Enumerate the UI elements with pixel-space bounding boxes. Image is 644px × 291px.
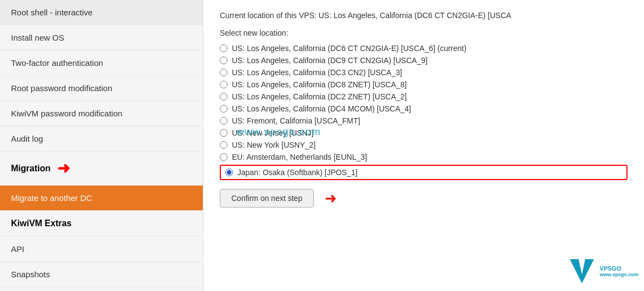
location-radio-usny2[interactable] (220, 141, 227, 149)
sidebar-item-api[interactable]: API (0, 237, 203, 262)
sidebar-item-two-factor[interactable]: Two-factor authentication (0, 51, 203, 76)
vpsgo-text: VPSGO www.vpsgo.com (599, 265, 639, 277)
location-radio-jpos1[interactable] (225, 169, 233, 176)
list-item[interactable]: US: Los Angeles, California (DC3 CN2) [U… (220, 68, 628, 77)
sidebar-item-kiwivm-password[interactable]: KiwiVM password modification (0, 101, 203, 126)
location-list: US: Los Angeles, California (DC6 CT CN2G… (220, 44, 628, 180)
list-item[interactable]: EU: Amsterdam, Netherlands [EUNL_3] (220, 153, 628, 161)
sidebar: Root shell - interactive Install new OS … (0, 0, 203, 291)
confirm-btn-wrapper: Confirm on next step ➜ (220, 189, 628, 208)
location-radio-usca4[interactable] (220, 105, 227, 113)
list-item-selected[interactable]: Japan: Osaka (Softbank) [JPOS_1] (220, 165, 628, 180)
sidebar-item-install-os[interactable]: Install new OS (0, 25, 203, 51)
current-location: Current location of this VPS: US: Los An… (220, 11, 628, 20)
migration-section-header: Migration ➜ (0, 152, 203, 186)
sidebar-item-root-shell[interactable]: Root shell - interactive (0, 0, 203, 25)
sidebar-item-root-password[interactable]: Root password modification (0, 76, 203, 101)
main-content: Current location of this VPS: US: Los An… (203, 0, 644, 291)
location-radio-usfmt[interactable] (220, 117, 227, 125)
sidebar-item-migrate-dc[interactable]: Migrate to another DC (0, 186, 203, 211)
extras-section-header: KiwiVM Extras (0, 211, 203, 237)
location-radio-usca3[interactable] (220, 69, 227, 76)
list-item[interactable]: US: Los Angeles, California (DC6 CT CN2G… (220, 44, 628, 53)
sidebar-item-snapshots[interactable]: Snapshots (0, 262, 203, 287)
sidebar-item-audit-log[interactable]: Audit log (0, 126, 203, 152)
location-radio-usca8[interactable] (220, 81, 227, 88)
select-location-label: Select new location: (220, 29, 628, 37)
location-radio-usnj[interactable] (220, 129, 227, 137)
svg-marker-0 (570, 259, 594, 283)
vpsgo-logo: VPSGO www.vpsgo.com (568, 257, 639, 286)
migration-arrow-icon: ➜ (57, 159, 70, 177)
location-radio-usca2[interactable] (220, 93, 227, 100)
list-item[interactable]: US: Los Angeles, California (DC8 ZNET) [… (220, 80, 628, 89)
location-radio-usca9[interactable] (220, 57, 227, 64)
list-item[interactable]: US: Los Angeles, California (DC2 ZNET) [… (220, 92, 628, 101)
list-item[interactable]: US: New Jersey [USNJ] (220, 128, 628, 137)
vpsgo-v-icon (568, 257, 596, 286)
location-radio-usca6[interactable] (220, 44, 227, 52)
confirm-button[interactable]: Confirm on next step (220, 189, 314, 208)
location-radio-eunl3[interactable] (220, 153, 227, 161)
list-item[interactable]: US: Los Angeles, California (DC4 MCOM) [… (220, 104, 628, 113)
list-item[interactable]: US: Fremont, California [USCA_FMT] (220, 116, 628, 125)
list-item[interactable]: US: New York [USNY_2] (220, 141, 628, 149)
confirm-arrow-icon: ➜ (325, 190, 337, 207)
list-item[interactable]: US: Los Angeles, California (DC9 CT CN2G… (220, 56, 628, 65)
